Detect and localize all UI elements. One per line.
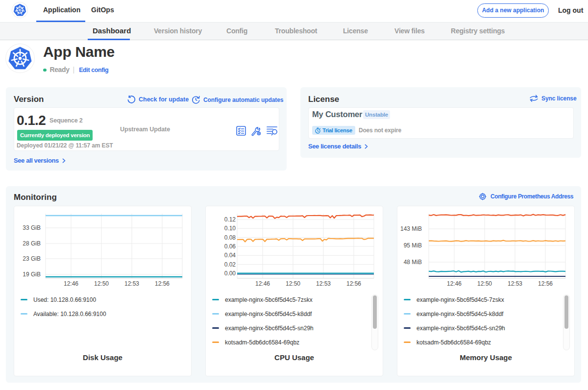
- svg-text:19 GiB: 19 GiB: [23, 271, 41, 278]
- svg-text:12:46: 12:46: [255, 280, 270, 287]
- svg-text:12:46: 12:46: [64, 280, 78, 287]
- svg-text:0.10: 0.10: [224, 225, 236, 232]
- svg-text:28 GiB: 28 GiB: [23, 240, 41, 247]
- svg-text:0.04: 0.04: [224, 252, 236, 259]
- svg-text:12:53: 12:53: [508, 280, 522, 287]
- svg-text:12:50: 12:50: [477, 280, 492, 287]
- svg-text:48 MiB: 48 MiB: [404, 259, 422, 266]
- svg-text:12:56: 12:56: [538, 280, 553, 287]
- svg-text:12:53: 12:53: [124, 280, 139, 287]
- svg-text:12:56: 12:56: [155, 280, 170, 287]
- svg-text:0.08: 0.08: [224, 234, 236, 241]
- svg-text:0.12: 0.12: [224, 216, 236, 223]
- svg-text:143 MiB: 143 MiB: [400, 225, 422, 232]
- svg-text:0.06: 0.06: [224, 243, 236, 250]
- svg-text:12:56: 12:56: [346, 280, 361, 287]
- svg-text:12:53: 12:53: [316, 280, 331, 287]
- svg-text:23 GiB: 23 GiB: [23, 255, 41, 262]
- svg-text:0.00: 0.00: [224, 270, 236, 277]
- svg-text:12:46: 12:46: [447, 280, 462, 287]
- svg-text:95 MiB: 95 MiB: [404, 242, 422, 249]
- svg-text:33 GiB: 33 GiB: [23, 224, 41, 231]
- svg-text:12:50: 12:50: [286, 280, 300, 287]
- svg-text:12:50: 12:50: [94, 280, 109, 287]
- svg-text:0.02: 0.02: [224, 261, 236, 268]
